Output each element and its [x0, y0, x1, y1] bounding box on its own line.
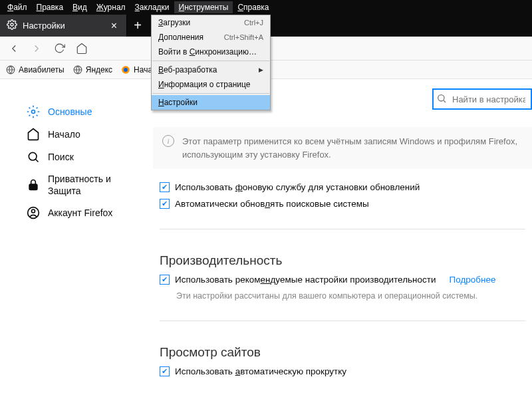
checkbox-icon[interactable]: ✔ — [160, 366, 170, 376]
search-settings-input[interactable] — [432, 88, 532, 110]
info-banner: i Этот параметр применится ко всем учётн… — [153, 127, 532, 169]
perf-more-link[interactable]: Подробнее — [450, 275, 496, 285]
search-settings-wrap — [432, 88, 532, 110]
sidebar-item-home[interactable]: Начало — [20, 123, 153, 146]
submenu-arrow-icon: ▶ — [259, 66, 263, 73]
menu-edit[interactable]: Правка — [32, 1, 68, 13]
search-icon — [436, 93, 447, 106]
svg-point-6 — [29, 152, 37, 160]
bookmark-yandex[interactable]: Яндекс — [72, 65, 112, 75]
search-icon — [27, 150, 40, 164]
section-performance-title: Производительность — [160, 253, 532, 268]
bookmark-aviabilety[interactable]: Авиабилеты — [5, 65, 65, 75]
check-perf-recommended[interactable]: ✔ Использовать рекомендуемые настройки п… — [160, 275, 532, 285]
check-auto-search-engines[interactable]: ✔ Автоматически обновлять поисковые сист… — [160, 199, 532, 209]
svg-point-4 — [124, 68, 128, 72]
menu-tools[interactable]: Инструменты — [174, 1, 233, 13]
divider — [160, 321, 525, 321]
dd-separator — [152, 93, 269, 94]
tools-dropdown: ЗагрузкиCtrl+J ДополненияCtrl+Shift+A Во… — [151, 15, 271, 110]
reload-button[interactable] — [49, 39, 69, 59]
check-autoscroll[interactable]: ✔ Использовать автоматическую прокрутку — [160, 366, 532, 376]
menubar: Файл Правка Вид Журнал Закладки Инструме… — [0, 0, 532, 15]
dd-sync-signin[interactable]: Войти в Синхронизацию… — [152, 45, 270, 59]
sidebar-item-privacy[interactable]: Приватность и Защита — [20, 168, 153, 201]
svg-point-10 — [32, 209, 35, 213]
perf-hint: Эти настройки рассчитаны для вашего комп… — [176, 291, 532, 301]
menu-file[interactable]: Файл — [3, 1, 32, 13]
home-button[interactable] — [72, 39, 92, 59]
firefox-account-icon — [27, 206, 40, 219]
content-area: Основные Начало Поиск Приватность и Защи… — [0, 79, 532, 395]
svg-line-7 — [36, 160, 39, 162]
dd-settings[interactable]: Настройки — [152, 95, 270, 110]
info-icon: i — [162, 135, 174, 147]
svg-point-5 — [32, 110, 35, 114]
divider — [160, 229, 525, 229]
menu-bookmarks[interactable]: Закладки — [130, 1, 174, 13]
svg-rect-8 — [29, 184, 37, 190]
menu-help[interactable]: Справка — [233, 1, 273, 13]
section-browsing-title: Просмотр сайтов — [160, 345, 532, 360]
globe-icon — [5, 65, 16, 75]
menu-view[interactable]: Вид — [68, 1, 92, 13]
gear-icon — [7, 19, 17, 32]
new-tab-button[interactable]: + — [126, 15, 148, 37]
settings-main: i Этот параметр применится ко всем учётн… — [153, 79, 532, 395]
tab-settings[interactable]: Настройки × — [0, 15, 126, 37]
check-bg-service[interactable]: ✔ Использовать фоновую службу для устано… — [160, 182, 532, 192]
tab-title: Настройки — [23, 21, 65, 31]
tab-close-icon[interactable]: × — [108, 21, 120, 31]
home-icon — [27, 128, 40, 141]
lock-icon — [27, 178, 40, 192]
settings-sidebar: Основные Начало Поиск Приватность и Защи… — [0, 79, 153, 395]
checkbox-icon[interactable]: ✔ — [160, 199, 170, 209]
gear-icon — [27, 105, 40, 118]
svg-point-0 — [11, 23, 13, 26]
menu-history[interactable]: Журнал — [92, 1, 130, 13]
checkbox-icon[interactable]: ✔ — [160, 182, 170, 192]
svg-line-12 — [444, 100, 446, 102]
dd-webdev[interactable]: Веб-разработка▶ — [152, 63, 270, 77]
firefox-icon — [120, 65, 131, 75]
sidebar-item-account[interactable]: Аккаунт Firefox — [20, 201, 153, 224]
svg-point-11 — [438, 95, 444, 101]
dd-separator — [152, 61, 269, 61]
checkbox-icon[interactable]: ✔ — [160, 275, 170, 285]
dd-addons[interactable]: ДополненияCtrl+Shift+A — [152, 30, 270, 45]
sidebar-item-general[interactable]: Основные — [20, 100, 153, 123]
globe-icon — [72, 65, 83, 75]
dd-downloads[interactable]: ЗагрузкиCtrl+J — [152, 15, 270, 30]
sidebar-item-search[interactable]: Поиск — [20, 146, 153, 168]
dd-pageinfo[interactable]: Информация о странице — [152, 77, 270, 92]
forward-button[interactable] — [27, 39, 47, 59]
back-button[interactable] — [4, 39, 24, 59]
